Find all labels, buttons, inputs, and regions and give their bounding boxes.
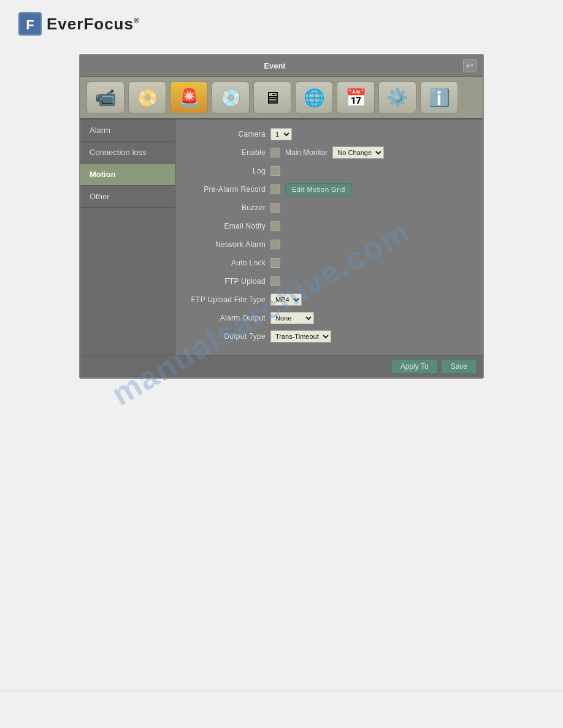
edit-motion-grid-button[interactable]: Edit Motion Grid: [285, 183, 352, 195]
logo-box: F EverFocus®: [18, 12, 140, 36]
page-wrapper: F EverFocus® Event ↩ 📹 📀 🚨 💿 🖥 🌐 📅 ⚙️ ℹ️: [0, 0, 563, 728]
camera-row: Camera 1 2 3 4: [185, 127, 473, 142]
main-content: Camera 1 2 3 4 Enable: [175, 119, 483, 355]
enable-checkbox[interactable]: [270, 148, 280, 157]
sidebar-item-motion[interactable]: Motion: [80, 164, 175, 186]
ftp-file-type-row: FTP Upload File Type MP4 AVI: [185, 292, 473, 307]
camera-select[interactable]: 1 2 3 4: [270, 128, 292, 140]
nav-hdd-btn[interactable]: 💿: [212, 82, 250, 113]
email-notify-label: Email Notify: [185, 222, 270, 230]
alarm-output-select[interactable]: None Output 1 Output 2: [270, 312, 314, 324]
alarm-output-row: Alarm Output None Output 1 Output 2: [185, 311, 473, 325]
nav-network-btn[interactable]: 🌐: [295, 82, 333, 113]
ftp-upload-control: [270, 276, 280, 286]
back-button[interactable]: ↩: [463, 59, 477, 72]
ftp-upload-checkbox[interactable]: [270, 276, 280, 286]
output-type-select[interactable]: Trans-Timeout Latch Momentary: [270, 330, 331, 343]
email-notify-checkbox[interactable]: [270, 221, 280, 231]
log-control: [270, 166, 280, 176]
logo-area: F EverFocus®: [0, 0, 563, 48]
email-notify-row: Email Notify: [185, 219, 473, 233]
network-alarm-control: [270, 240, 280, 249]
title-bar: Event ↩: [80, 55, 483, 77]
enable-control: Main Monitor No Change Monitor 1 Monitor…: [270, 146, 384, 159]
bottom-bar: Apply To Save: [80, 355, 483, 377]
nav-schedule-btn[interactable]: 📅: [337, 82, 375, 113]
buzzer-label: Buzzer: [185, 203, 270, 212]
ftp-upload-label: FTP Upload: [185, 277, 270, 286]
sidebar-item-alarm[interactable]: Alarm: [80, 119, 175, 142]
buzzer-row: Buzzer: [185, 200, 473, 215]
sidebar: Alarm Connection loss Motion Other: [80, 119, 175, 355]
logo-text: EverFocus®: [47, 15, 140, 34]
main-monitor-select[interactable]: No Change Monitor 1 Monitor 2: [332, 146, 384, 159]
log-row: Log: [185, 164, 473, 178]
auto-lock-row: Auto Lock: [185, 256, 473, 270]
output-type-row: Output Type Trans-Timeout Latch Momentar…: [185, 329, 473, 344]
camera-control: 1 2 3 4: [270, 128, 292, 140]
auto-lock-checkbox[interactable]: [270, 258, 280, 268]
email-notify-control: [270, 221, 280, 231]
nav-recording-btn[interactable]: 📀: [128, 82, 166, 113]
logo-reg: ®: [134, 17, 140, 25]
pre-alarm-checkbox[interactable]: [270, 184, 280, 194]
sidebar-item-connection-loss[interactable]: Connection loss: [80, 142, 175, 164]
pre-alarm-label: Pre-Alarm Record: [185, 185, 270, 194]
auto-lock-label: Auto Lock: [185, 259, 270, 267]
nav-info-btn[interactable]: ℹ️: [420, 82, 458, 113]
log-checkbox[interactable]: [270, 166, 280, 176]
content-area: Alarm Connection loss Motion Other Camer…: [80, 119, 483, 355]
network-alarm-row: Network Alarm: [185, 237, 473, 252]
ftp-file-type-select[interactable]: MP4 AVI: [270, 294, 302, 306]
main-monitor-label: Main Monitor: [285, 148, 327, 157]
save-button[interactable]: Save: [442, 359, 477, 374]
alarm-output-label: Alarm Output: [185, 314, 270, 322]
nav-camera-btn[interactable]: 📹: [86, 82, 124, 113]
log-label: Log: [185, 167, 270, 175]
enable-label: Enable: [185, 148, 270, 157]
auto-lock-control: [270, 258, 280, 268]
nav-settings-btn[interactable]: ⚙️: [378, 82, 416, 113]
output-type-control: Trans-Timeout Latch Momentary: [270, 330, 331, 343]
window-title: Event: [86, 61, 463, 70]
network-alarm-checkbox[interactable]: [270, 240, 280, 249]
pre-alarm-control: Edit Motion Grid: [270, 183, 352, 195]
pre-alarm-row: Pre-Alarm Record Edit Motion Grid: [185, 182, 473, 197]
network-alarm-label: Network Alarm: [185, 240, 270, 249]
nav-monitor-btn[interactable]: 🖥: [253, 82, 291, 113]
page-divider: [0, 691, 563, 691]
alarm-output-control: None Output 1 Output 2: [270, 312, 314, 324]
main-panel: Event ↩ 📹 📀 🚨 💿 🖥 🌐 📅 ⚙️ ℹ️ Alarm Connec…: [79, 54, 484, 379]
apply-to-button[interactable]: Apply To: [391, 359, 438, 374]
ftp-upload-row: FTP Upload: [185, 274, 473, 289]
buzzer-control: [270, 203, 280, 213]
enable-row: Enable Main Monitor No Change Monitor 1 …: [185, 145, 473, 160]
ftp-file-type-control: MP4 AVI: [270, 294, 302, 306]
svg-text:F: F: [26, 17, 34, 32]
camera-label: Camera: [185, 130, 270, 138]
nav-icons-row: 📹 📀 🚨 💿 🖥 🌐 📅 ⚙️ ℹ️: [80, 77, 483, 119]
nav-alarm-btn[interactable]: 🚨: [170, 82, 208, 113]
output-type-label: Output Type: [185, 332, 270, 341]
buzzer-checkbox[interactable]: [270, 203, 280, 213]
ftp-file-type-label: FTP Upload File Type: [185, 295, 270, 304]
logo-icon: F: [18, 12, 42, 36]
sidebar-item-other[interactable]: Other: [80, 186, 175, 208]
